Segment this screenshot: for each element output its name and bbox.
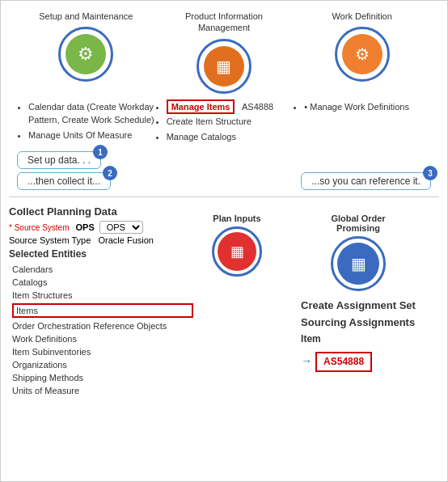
entity-organizations[interactable]: Organizations bbox=[9, 358, 197, 371]
entity-work-definitions[interactable]: Work Definitions bbox=[9, 332, 197, 345]
bullet-item-calendar: Calendar data (Create Workday Pattern, C… bbox=[28, 100, 155, 127]
setup-maintenance-label: Setup and Maintenance bbox=[39, 11, 133, 22]
bullet-item-create-structure: Create Item Structure bbox=[167, 115, 294, 129]
gear-icon: ⚙ bbox=[78, 44, 94, 65]
product-info-circle-outer: ▦ bbox=[197, 39, 251, 94]
plan-inputs-label: Plan Inputs bbox=[213, 214, 260, 223]
barcode-icon: ▦ bbox=[216, 57, 231, 76]
bullet-item-manage-catalogs: Manage Catalogs bbox=[167, 130, 294, 144]
step2-number: 2 bbox=[103, 166, 117, 180]
right-text-line3: Item bbox=[301, 332, 416, 347]
source-system-value: OPS bbox=[75, 222, 94, 232]
product-info-circle-inner: ▦ bbox=[204, 46, 244, 87]
setup-maintenance-block: Setup and Maintenance ⚙ bbox=[29, 11, 142, 82]
work-definition-circle-outer: ⚙ bbox=[335, 27, 390, 82]
plan-inputs-circle-outer: ▦ bbox=[212, 226, 262, 277]
top-circles-section: Setup and Maintenance ⚙ Product Informat… bbox=[1, 1, 447, 94]
collect-panel-title: Collect Planning Data bbox=[9, 205, 197, 218]
step1-row: Set up data. . . 1 bbox=[1, 148, 447, 169]
bullet-col-2: Manage Items AS4888 Create Item Structur… bbox=[155, 100, 294, 146]
bullet-item-units: Manage Units Of Measure bbox=[28, 129, 155, 142]
step3-label: ...so you can reference it. bbox=[311, 175, 421, 187]
as-badge: AS4888 bbox=[242, 102, 273, 112]
product-info-block: Product Information Management ▦ bbox=[167, 11, 281, 94]
right-text-line2: Sourcing Assignments bbox=[301, 315, 416, 332]
gop-circle-outer: ▦ bbox=[331, 236, 386, 291]
item-label: Item bbox=[301, 333, 321, 345]
step1-number: 1 bbox=[93, 145, 108, 159]
source-type-value: Oracle Fusion bbox=[98, 235, 153, 245]
step1-box: Set up data. . . 1 bbox=[17, 151, 101, 169]
bullet-col-1: Calendar data (Create Workday Pattern, C… bbox=[17, 100, 155, 146]
manage-items-highlight[interactable]: Manage Items bbox=[167, 99, 235, 114]
gop-circle-inner: ▦ bbox=[337, 243, 379, 285]
bullet-item-manage-items[interactable]: Manage Items AS4888 bbox=[167, 100, 294, 114]
item-badge: AS54888 bbox=[315, 352, 372, 372]
item-badge-row: → AS54888 bbox=[301, 350, 416, 372]
arrow-right-icon: → bbox=[301, 352, 312, 370]
entity-item-structures[interactable]: Item Structures bbox=[9, 289, 197, 302]
gop-label: Global Order Promising bbox=[331, 214, 385, 233]
selected-entities-title: Selected Entities bbox=[9, 248, 197, 260]
source-type-label: Source System Type bbox=[9, 235, 91, 245]
work-definition-label: Work Definition bbox=[332, 11, 391, 22]
setup-maintenance-circle-inner: ⚙ bbox=[66, 34, 106, 74]
settings-icon: ⚙ bbox=[355, 44, 370, 64]
right-panel: Global Order Promising ▦ Create Assignme… bbox=[277, 205, 439, 397]
plan-inputs-icon: ▦ bbox=[230, 243, 244, 260]
bullet-section: Calendar data (Create Workday Pattern, C… bbox=[1, 94, 447, 149]
step3-number: 3 bbox=[423, 166, 437, 180]
right-text-block: Create Assignment Set Sourcing Assignmen… bbox=[301, 298, 416, 372]
entity-items-highlighted[interactable]: Items bbox=[12, 303, 193, 318]
product-info-label: Product Information Management bbox=[167, 11, 281, 34]
step2-step3-row: ...then collect it... 2 ...so you can re… bbox=[1, 169, 447, 193]
bottom-section: Collect Planning Data * Source System OP… bbox=[1, 201, 447, 402]
collect-planning-panel: Collect Planning Data * Source System OP… bbox=[9, 205, 197, 397]
right-text-line1: Create Assignment Set bbox=[301, 298, 416, 315]
step3-box: ...so you can reference it. 3 bbox=[301, 172, 431, 190]
bullet-item-manage-work: • Manage Work Definitions bbox=[304, 100, 431, 114]
entity-list: Calendars Catalogs Item Structures Items… bbox=[9, 263, 197, 397]
plan-inputs-circle-inner: ▦ bbox=[218, 232, 256, 271]
divider bbox=[9, 197, 439, 197]
step1-label: Set up data. . . bbox=[27, 154, 91, 166]
main-container: Setup and Maintenance ⚙ Product Informat… bbox=[0, 0, 448, 482]
entity-calendars[interactable]: Calendars bbox=[9, 263, 197, 276]
step2-box: ...then collect it... 2 bbox=[17, 172, 111, 190]
bullet-col-3: • Manage Work Definitions bbox=[293, 100, 431, 146]
work-definition-circle-inner: ⚙ bbox=[342, 34, 382, 74]
plan-inputs-block: Plan Inputs ▦ bbox=[205, 205, 269, 397]
entity-order-orchestration[interactable]: Order Orchestration Reference Objects bbox=[9, 319, 197, 332]
gop-icon: ▦ bbox=[351, 254, 366, 273]
entity-items[interactable]: Items bbox=[9, 302, 197, 319]
source-system-label: * Source System bbox=[9, 223, 69, 232]
step2-label: ...then collect it... bbox=[27, 175, 100, 187]
source-type-row: Source System Type Oracle Fusion bbox=[9, 235, 197, 245]
entity-catalogs[interactable]: Catalogs bbox=[9, 276, 197, 289]
setup-maintenance-circle-outer: ⚙ bbox=[58, 27, 113, 82]
entity-item-subinventories[interactable]: Item Subinventories bbox=[9, 345, 197, 358]
work-definition-block: Work Definition ⚙ bbox=[306, 11, 419, 82]
source-system-row: * Source System OPS OPS bbox=[9, 221, 197, 234]
entity-units-of-measure[interactable]: Units of Measure bbox=[9, 384, 197, 397]
entity-shipping-methods[interactable]: Shipping Methods bbox=[9, 371, 197, 384]
source-system-dropdown[interactable]: OPS bbox=[99, 221, 143, 234]
